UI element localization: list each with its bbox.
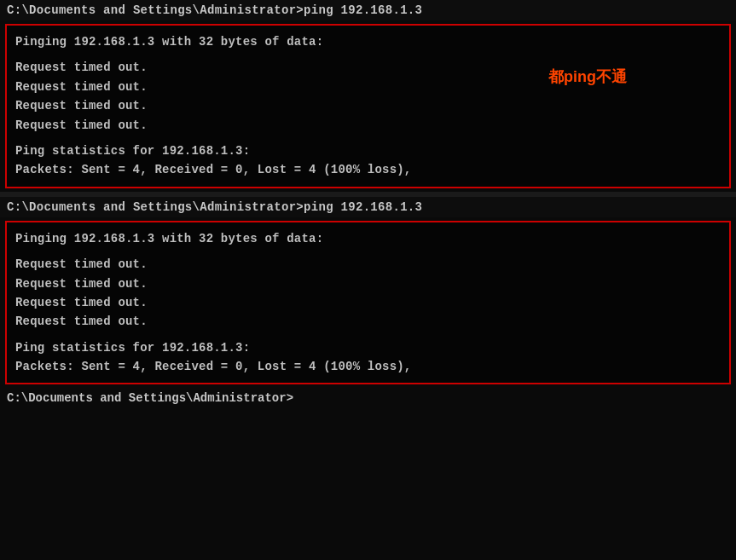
partial-prompt: C:\Documents and Settings\Administrator> bbox=[0, 388, 736, 408]
stats-detail-2: Packets: Sent = 4, Received = 0, Lost = … bbox=[15, 357, 721, 376]
timeout-line-2-4: Request timed out. bbox=[15, 312, 721, 331]
prompt-text-1: C:\Documents and Settings\Administrator>… bbox=[7, 3, 422, 17]
spacer-1 bbox=[15, 51, 721, 58]
prompt-line-1: C:\Documents and Settings\Administrator>… bbox=[0, 0, 736, 20]
stats-header-2: Ping statistics for 192.168.1.3: bbox=[15, 338, 721, 357]
spacer-4 bbox=[15, 332, 721, 338]
timeout-line-1-4: Request timed out. bbox=[15, 116, 721, 135]
timeout-line-2-3: Request timed out. bbox=[15, 293, 721, 312]
partial-prompt-text: C:\Documents and Settings\Administrator> bbox=[7, 391, 293, 405]
stats-header-1: Ping statistics for 192.168.1.3: bbox=[15, 141, 721, 160]
stats-detail-1: Packets: Sent = 4, Received = 0, Lost = … bbox=[15, 160, 721, 179]
ping-block-1: Pinging 192.168.1.3 with 32 bytes of dat… bbox=[5, 24, 731, 188]
spacer-2 bbox=[15, 135, 721, 141]
ping-block-2: Pinging 192.168.1.3 with 32 bytes of dat… bbox=[5, 221, 731, 385]
prompt-text-2: C:\Documents and Settings\Administrator>… bbox=[7, 200, 422, 214]
timeout-line-2-1: Request timed out. bbox=[15, 255, 721, 274]
timeout-line-1-3: Request timed out. bbox=[15, 96, 721, 115]
terminal-window: C:\Documents and Settings\Administrator>… bbox=[0, 0, 736, 560]
ping-header-2: Pinging 192.168.1.3 with 32 bytes of dat… bbox=[15, 229, 721, 248]
annotation-label: 都ping不通 bbox=[548, 66, 627, 87]
spacer-3 bbox=[15, 248, 721, 255]
timeout-line-2-2: Request timed out. bbox=[15, 274, 721, 293]
ping-header-1: Pinging 192.168.1.3 with 32 bytes of dat… bbox=[15, 32, 721, 51]
prompt-line-2: C:\Documents and Settings\Administrator>… bbox=[0, 197, 736, 217]
